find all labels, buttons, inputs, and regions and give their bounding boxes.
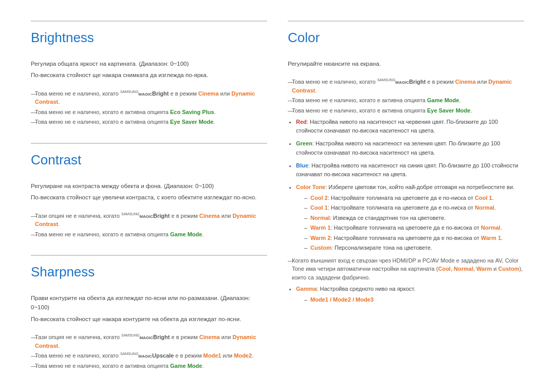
magic-bright-3: SAMSUNGMAGICBright: [121, 334, 170, 340]
sharpness-note3: Това меню не е налично, когато е активна…: [31, 362, 267, 370]
color-desc1: Регулирайте нюансите на екрана.: [288, 59, 524, 68]
colortone-text: : Изберете цветови тон, който най-добре …: [325, 184, 514, 190]
contrast-desc1: Регулиране на контраста между обекта и ф…: [31, 181, 267, 191]
brightness-desc2: По-високата стойност ще накара снимката …: [31, 70, 267, 80]
magic-bright-2: SAMSUNGMAGICBright: [121, 213, 170, 219]
sharpness-note2: Това меню не е налично, когато SAMSUNGMA…: [31, 351, 267, 360]
subitem-cool1: Cool 1: Настройвате топлината на цветове…: [304, 203, 524, 212]
colortone-external-note: Когато външният вход е свързан чрез HDMI…: [288, 256, 524, 282]
subitem-modes: Mode1 / Mode2 / Mode3: [304, 295, 524, 304]
color-note3: Това меню не е налично, когато е активна…: [288, 106, 524, 115]
bullet-blue: Blue: Настройва нивото на наситеност на …: [296, 161, 524, 179]
color-note2: Това меню не е налично, когато е активна…: [288, 96, 524, 105]
gamma-bullet-list: Gamma: Настройва средното ниво на яркост…: [296, 285, 524, 304]
color-title: Color: [288, 21, 524, 50]
sharpness-note1: Тази опция не е налична, когато SAMSUNGM…: [31, 333, 267, 350]
red-label: Red: [296, 119, 307, 125]
sharpness-desc1: Прави контурите на обекта да изглеждат п…: [31, 293, 267, 312]
brightness-title: Brightness: [31, 21, 267, 50]
contrast-desc2: По-високата стойност ще увеличи контраст…: [31, 193, 267, 202]
subitem-warm1: Warm 1: Настройвате топлината на цветове…: [304, 223, 524, 232]
green-text: : Настройва нивото на наситеност на зеле…: [296, 140, 500, 155]
bullet-green: Green: Настройва нивото на наситеност на…: [296, 139, 524, 157]
contrast-note2: Това меню не е налично, когато е активна…: [31, 230, 267, 239]
gamma-text: : Настройва средното ниво на яркост.: [317, 286, 415, 292]
gamma-subitems: Mode1 / Mode2 / Mode3: [304, 295, 524, 304]
left-column: Brightness Регулира общата яркост на кар…: [31, 21, 267, 386]
brightness-note1: Това меню не е налично, когато SAMSUNGMA…: [31, 89, 267, 106]
sharpness-title: Sharpness: [31, 255, 267, 284]
colortone-label: Color Tone: [296, 184, 325, 190]
bullet-gamma: Gamma: Настройва средното ниво на яркост…: [296, 285, 524, 304]
contrast-section: Contrast Регулиране на контраста между о…: [31, 143, 267, 238]
bullet-red: Red: Настройва нивото на наситеност на ч…: [296, 118, 524, 135]
sharpness-section: Sharpness Прави контурите на обекта да и…: [31, 255, 267, 370]
contrast-title: Contrast: [31, 143, 267, 172]
brightness-section: Brightness Регулира общата яркост на кар…: [31, 21, 267, 126]
bullet-colortone: Color Tone: Изберете цветови тон, който …: [296, 183, 524, 252]
contrast-note1: Тази опция не е налична, когато SAMSUNGM…: [31, 212, 267, 229]
magic-bright-icon: SAMSUNGMAGICBright: [120, 90, 169, 97]
magic-bright-4: SAMSUNGMAGICBright: [377, 79, 425, 85]
gamma-label: Gamma: [296, 286, 317, 292]
brightness-desc1: Регулира общата яркост на картината. (Ди…: [31, 59, 267, 68]
blue-text: : Настройва нивото на наситеност на сини…: [296, 162, 518, 177]
colortone-subitems: Cool 2: Настройвате топлината на цветове…: [304, 194, 524, 252]
color-note1: Това меню не е налично, когато SAMSUNGMA…: [288, 78, 524, 95]
sharpness-desc2: По-високата стойност ще накара контурите…: [31, 314, 267, 324]
subitem-warm2: Warm 2: Настройвате топлината на цветове…: [304, 234, 524, 242]
brightness-note2: Това меню не е налично, когато е активна…: [31, 108, 267, 117]
right-column: Color Регулирайте нюансите на екрана. То…: [288, 21, 524, 386]
subitem-custom: Custom: Персонализирате тона на цветовет…: [304, 244, 524, 252]
magic-upscale: SAMSUNGMAGICUpscale: [120, 352, 174, 359]
blue-label: Blue: [296, 162, 308, 169]
red-text: : Настройва нивото на наситеност на черв…: [296, 119, 498, 134]
green-label: Green: [296, 140, 312, 146]
subitem-normal: Normal: Извежда се стандартния тон на цв…: [304, 214, 524, 222]
subitem-cool2: Cool 2: Настройвате топлината на цветове…: [304, 194, 524, 202]
brightness-note3: Това меню не е налично, когато е активна…: [31, 118, 267, 126]
color-section: Color Регулирайте нюансите на екрана. То…: [288, 21, 524, 304]
color-bullets: Red: Настройва нивото на наситеност на ч…: [296, 118, 524, 252]
